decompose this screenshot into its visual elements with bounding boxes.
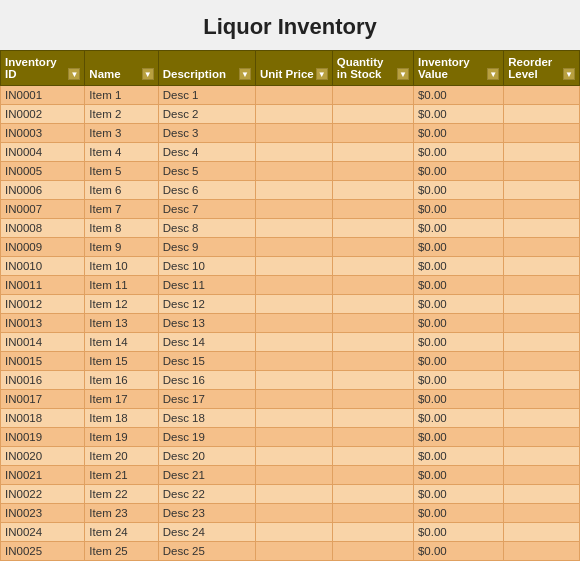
cell-name[interactable]: Item 6 (85, 181, 158, 200)
cell-qty[interactable] (332, 504, 413, 523)
cell-inv_value[interactable]: $0.00 (413, 276, 503, 295)
cell-id[interactable]: IN0023 (1, 504, 85, 523)
cell-name[interactable]: Item 17 (85, 390, 158, 409)
cell-name[interactable]: Item 15 (85, 352, 158, 371)
cell-id[interactable]: IN0010 (1, 257, 85, 276)
table-row[interactable]: IN0015Item 15Desc 15$0.00 (1, 352, 580, 371)
cell-inv_value[interactable]: $0.00 (413, 371, 503, 390)
cell-desc[interactable]: Desc 17 (158, 390, 255, 409)
cell-qty[interactable] (332, 200, 413, 219)
cell-name[interactable]: Item 11 (85, 276, 158, 295)
table-row[interactable]: IN0013Item 13Desc 13$0.00 (1, 314, 580, 333)
cell-desc[interactable]: Desc 24 (158, 523, 255, 542)
cell-unit_price[interactable] (256, 504, 333, 523)
cell-desc[interactable]: Desc 7 (158, 200, 255, 219)
cell-name[interactable]: Item 21 (85, 466, 158, 485)
cell-inv_value[interactable]: $0.00 (413, 447, 503, 466)
cell-reorder[interactable] (504, 542, 580, 561)
cell-reorder[interactable] (504, 390, 580, 409)
table-row[interactable]: IN0025Item 25Desc 25$0.00 (1, 542, 580, 561)
cell-qty[interactable] (332, 124, 413, 143)
cell-name[interactable]: Item 4 (85, 143, 158, 162)
cell-name[interactable]: Item 24 (85, 523, 158, 542)
cell-name[interactable]: Item 14 (85, 333, 158, 352)
table-row[interactable]: IN0023Item 23Desc 23$0.00 (1, 504, 580, 523)
table-row[interactable]: IN0020Item 20Desc 20$0.00 (1, 447, 580, 466)
cell-name[interactable]: Item 2 (85, 105, 158, 124)
table-row[interactable]: IN0006Item 6Desc 6$0.00 (1, 181, 580, 200)
table-row[interactable]: IN0017Item 17Desc 17$0.00 (1, 390, 580, 409)
cell-desc[interactable]: Desc 6 (158, 181, 255, 200)
cell-id[interactable]: IN0017 (1, 390, 85, 409)
cell-unit_price[interactable] (256, 295, 333, 314)
cell-desc[interactable]: Desc 15 (158, 352, 255, 371)
cell-inv_value[interactable]: $0.00 (413, 485, 503, 504)
cell-id[interactable]: IN0022 (1, 485, 85, 504)
cell-unit_price[interactable] (256, 219, 333, 238)
table-row[interactable]: IN0018Item 18Desc 18$0.00 (1, 409, 580, 428)
cell-id[interactable]: IN0012 (1, 295, 85, 314)
cell-qty[interactable] (332, 105, 413, 124)
cell-unit_price[interactable] (256, 162, 333, 181)
cell-id[interactable]: IN0025 (1, 542, 85, 561)
cell-inv_value[interactable]: $0.00 (413, 219, 503, 238)
table-row[interactable]: IN0024Item 24Desc 24$0.00 (1, 523, 580, 542)
cell-inv_value[interactable]: $0.00 (413, 238, 503, 257)
cell-inv_value[interactable]: $0.00 (413, 542, 503, 561)
cell-desc[interactable]: Desc 9 (158, 238, 255, 257)
cell-qty[interactable] (332, 181, 413, 200)
table-row[interactable]: IN0005Item 5Desc 5$0.00 (1, 162, 580, 181)
cell-id[interactable]: IN0004 (1, 143, 85, 162)
unit-dropdown-icon[interactable]: ▼ (316, 68, 328, 80)
cell-desc[interactable]: Desc 16 (158, 371, 255, 390)
cell-qty[interactable] (332, 447, 413, 466)
cell-name[interactable]: Item 9 (85, 238, 158, 257)
cell-unit_price[interactable] (256, 105, 333, 124)
cell-inv_value[interactable]: $0.00 (413, 504, 503, 523)
cell-name[interactable]: Item 12 (85, 295, 158, 314)
cell-reorder[interactable] (504, 200, 580, 219)
cell-id[interactable]: IN0021 (1, 466, 85, 485)
cell-reorder[interactable] (504, 485, 580, 504)
cell-unit_price[interactable] (256, 390, 333, 409)
cell-desc[interactable]: Desc 18 (158, 409, 255, 428)
cell-reorder[interactable] (504, 295, 580, 314)
name-dropdown-icon[interactable]: ▼ (142, 68, 154, 80)
cell-inv_value[interactable]: $0.00 (413, 428, 503, 447)
cell-unit_price[interactable] (256, 523, 333, 542)
cell-desc[interactable]: Desc 23 (158, 504, 255, 523)
cell-inv_value[interactable]: $0.00 (413, 124, 503, 143)
cell-id[interactable]: IN0005 (1, 162, 85, 181)
cell-unit_price[interactable] (256, 143, 333, 162)
cell-inv_value[interactable]: $0.00 (413, 143, 503, 162)
cell-unit_price[interactable] (256, 409, 333, 428)
cell-desc[interactable]: Desc 4 (158, 143, 255, 162)
cell-qty[interactable] (332, 352, 413, 371)
cell-name[interactable]: Item 3 (85, 124, 158, 143)
cell-qty[interactable] (332, 409, 413, 428)
cell-inv_value[interactable]: $0.00 (413, 162, 503, 181)
cell-qty[interactable] (332, 466, 413, 485)
cell-desc[interactable]: Desc 1 (158, 86, 255, 105)
cell-reorder[interactable] (504, 314, 580, 333)
cell-unit_price[interactable] (256, 542, 333, 561)
cell-desc[interactable]: Desc 3 (158, 124, 255, 143)
cell-reorder[interactable] (504, 428, 580, 447)
cell-unit_price[interactable] (256, 314, 333, 333)
cell-name[interactable]: Item 25 (85, 542, 158, 561)
table-row[interactable]: IN0012Item 12Desc 12$0.00 (1, 295, 580, 314)
cell-inv_value[interactable]: $0.00 (413, 333, 503, 352)
table-row[interactable]: IN0009Item 9Desc 9$0.00 (1, 238, 580, 257)
cell-qty[interactable] (332, 143, 413, 162)
cell-qty[interactable] (332, 295, 413, 314)
cell-desc[interactable]: Desc 21 (158, 466, 255, 485)
table-row[interactable]: IN0019Item 19Desc 19$0.00 (1, 428, 580, 447)
id-dropdown-icon[interactable]: ▼ (68, 68, 80, 80)
cell-unit_price[interactable] (256, 466, 333, 485)
table-row[interactable]: IN0003Item 3Desc 3$0.00 (1, 124, 580, 143)
cell-qty[interactable] (332, 428, 413, 447)
table-row[interactable]: IN0010Item 10Desc 10$0.00 (1, 257, 580, 276)
cell-reorder[interactable] (504, 333, 580, 352)
cell-unit_price[interactable] (256, 276, 333, 295)
cell-inv_value[interactable]: $0.00 (413, 257, 503, 276)
